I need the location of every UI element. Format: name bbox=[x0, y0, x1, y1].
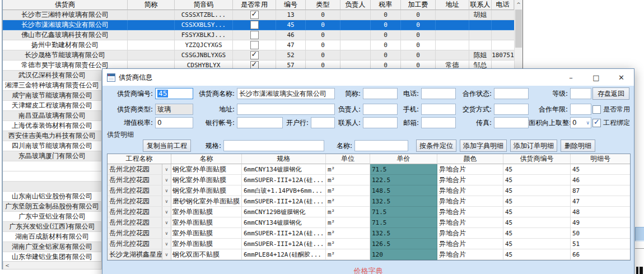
detail-grid-row[interactable]: 岳州北控花园 钢化室外单面贴膜 6mmSUPER-III+12A(硅... m²… bbox=[108, 175, 630, 185]
project-bind-checkbox-group[interactable]: 工程绑定 bbox=[592, 118, 629, 128]
chevron-down-icon[interactable] bbox=[162, 185, 171, 196]
chevron-down-icon[interactable] bbox=[162, 207, 171, 217]
detail-grid-row[interactable]: 岳州北控花园 室外单面贴膜 6mmCNY134镀膜钢化 m² 71.5 异地合片… bbox=[108, 217, 630, 228]
common-use-checkbox[interactable] bbox=[592, 105, 601, 114]
supplier-list-item[interactable]: 广东兴发铝业(江西)有限公司 bbox=[3, 222, 102, 232]
chevron-down-icon[interactable] bbox=[162, 239, 171, 249]
vat-rate-input[interactable]: 0 bbox=[155, 117, 193, 128]
minimize-button[interactable]: – bbox=[558, 69, 584, 86]
common-checkbox[interactable] bbox=[250, 21, 259, 29]
project-combo[interactable]: 岳州北控花园 bbox=[108, 207, 171, 217]
common-checkbox[interactable] bbox=[250, 41, 259, 49]
scroll-up-icon[interactable]: ^ bbox=[515, 0, 522, 9]
supplier-list-item[interactable] bbox=[3, 182, 102, 192]
supplier-list-item[interactable]: 东晶玻璃厦门有限公司 bbox=[3, 151, 102, 161]
save-return-button[interactable]: 存盘返回 bbox=[592, 87, 629, 100]
chevron-down-icon[interactable] bbox=[162, 164, 171, 174]
supplier-list-item[interactable]: 广东中亚铝业有限公司 bbox=[3, 212, 102, 222]
detail-grid-row[interactable]: 岳州北控花园 室外单面贴膜 6mmSUPER-III+12A(硅... m² 1… bbox=[108, 228, 630, 239]
add-order-detail-button[interactable]: 添加订单明细 bbox=[510, 140, 557, 152]
coop-status-input[interactable] bbox=[494, 88, 529, 99]
delete-detail-button[interactable]: 删除明细 bbox=[561, 140, 595, 152]
project-combo[interactable]: 岳州北控花园 bbox=[108, 217, 171, 228]
delivery-input[interactable] bbox=[494, 104, 529, 115]
supplier-grid-row[interactable]: 佛山市亿鑫玻璃科技有限公司 FSSYXBLKJ... 46 0 0 0 bbox=[3, 30, 514, 40]
chevron-down-icon[interactable] bbox=[162, 217, 171, 227]
cell-price[interactable]: 148.5 bbox=[370, 185, 437, 196]
supplier-list-item[interactable]: 西安佳吉美电力科技有限公司 bbox=[3, 131, 102, 141]
cell-price[interactable]: 132.5 bbox=[370, 228, 437, 239]
supplier-grid-row[interactable]: 长沙市三湘特种玻璃有限公司 CSSSXTZBL... 13 0 0 0 胡姐 bbox=[3, 10, 514, 20]
cell-price[interactable]: 132.5 bbox=[370, 196, 437, 207]
project-combo[interactable]: 岳州北控花园 bbox=[108, 196, 171, 207]
supplier-list-item[interactable]: 广东坚朗五金制品股份有限公司 bbox=[3, 202, 102, 212]
cell-price[interactable]: 71.5 bbox=[370, 217, 437, 228]
detail-grid-row[interactable]: 长沙龙湖祺鑫星座 钢化双面不贴膜 6mmPLE84+12A(硅酮胶... m² … bbox=[108, 249, 630, 260]
grade-input[interactable] bbox=[570, 88, 591, 99]
supplier-grid-row[interactable]: 长沙晟格节能玻璃有限公司 CSSGJNBLYXGS 52 0 0 0 陈姐 18… bbox=[3, 50, 514, 61]
area-round-up-combo[interactable]: 0 bbox=[570, 117, 591, 128]
supplier-list-item[interactable]: 上海优泰装饰材料有限公司 bbox=[3, 121, 102, 131]
spec-filter-input[interactable] bbox=[223, 140, 324, 151]
chevron-down-icon[interactable] bbox=[162, 228, 171, 238]
supplier-list-item[interactable]: 武汉亿深科技有限公司 bbox=[3, 71, 102, 81]
supplier-grid-row[interactable]: 长沙市潇湘玻璃实业有限公司 CSSXXBLSY... 45 0 0 0 bbox=[3, 20, 514, 30]
detail-grid-row[interactable]: 岳州北控花园 室外单面贴膜 6mmCNY129B镀膜钢化 m² 71.5 异地合… bbox=[108, 207, 630, 217]
contact-input[interactable] bbox=[363, 117, 398, 128]
dialog-titlebar[interactable]: 供货商信息 – □ ✕ bbox=[102, 69, 634, 86]
supplier-list-item[interactable]: 湖南百成新材料有限公司 bbox=[3, 232, 102, 242]
supplier-list-item[interactable] bbox=[3, 171, 102, 182]
supplier-list-item[interactable]: 湖南广亚全铝家居有限公司 bbox=[3, 242, 102, 252]
close-button[interactable]: ✕ bbox=[609, 69, 634, 86]
add-dictionary-detail-button[interactable]: 添加字典明细 bbox=[460, 140, 507, 152]
supplier-list-item[interactable]: 咸宁南玻节能玻璃有限公司 bbox=[3, 91, 102, 101]
project-combo[interactable]: 长沙龙湖祺鑫星座 bbox=[108, 249, 171, 260]
common-checkbox[interactable] bbox=[250, 51, 259, 59]
supplier-list-item[interactable]: 湘潭三金特种玻璃有限责任公司 bbox=[3, 81, 102, 91]
common-checkbox[interactable] bbox=[250, 31, 259, 39]
detail-grid-row[interactable]: 岳州北控花园 钢化室外单面贴膜 6mmCNY134镀膜钢化 m² 71.5 异地… bbox=[108, 164, 630, 175]
address-input[interactable] bbox=[237, 104, 335, 115]
cell-price[interactable]: 120 bbox=[370, 249, 437, 260]
supplier-list-item[interactable]: 南昌亚晶玻璃有限公司 bbox=[3, 111, 102, 121]
locate-by-condition-button[interactable]: 按条件定位 bbox=[416, 140, 456, 152]
project-combo[interactable]: 岳州北控花园 bbox=[108, 175, 171, 185]
phone-input[interactable] bbox=[421, 88, 456, 99]
coop-years-input[interactable] bbox=[570, 104, 591, 115]
copy-current-project-button[interactable]: 复制当前工程 bbox=[143, 140, 191, 152]
cell-price[interactable]: 71.5 bbox=[370, 164, 437, 175]
leader-input[interactable] bbox=[363, 104, 398, 115]
supplier-type-input[interactable]: 玻璃 bbox=[155, 104, 193, 115]
email-input[interactable] bbox=[421, 117, 456, 128]
cell-price[interactable]: 126.5 bbox=[370, 239, 437, 249]
detail-grid-row[interactable]: 岳州北控花园 室外单面贴膜 6mmSUPER-III+12A(硅... m² 1… bbox=[108, 239, 630, 249]
name-filter-input[interactable] bbox=[354, 140, 408, 151]
supplier-list-item[interactable] bbox=[3, 161, 102, 171]
common-use-checkbox-group[interactable]: 是否常用 bbox=[592, 105, 629, 114]
project-combo[interactable]: 岳州北控花园 bbox=[108, 239, 171, 249]
maximize-button[interactable]: □ bbox=[584, 69, 609, 86]
project-combo[interactable]: 岳州北控花园 bbox=[108, 164, 171, 175]
supplier-list-item[interactable]: 天津耀皮工程玻璃有限公司 bbox=[3, 101, 102, 111]
supplier-name-input[interactable]: 长沙市潇湘玻璃实业有限公司 bbox=[237, 88, 335, 99]
supplier-id-input[interactable]: 45 bbox=[155, 88, 193, 99]
vertical-scrollbar[interactable]: ^ bbox=[514, 0, 522, 71]
project-combo[interactable]: 岳州北控花园 bbox=[108, 228, 171, 239]
chevron-down-icon[interactable] bbox=[162, 175, 171, 185]
bank-name-input[interactable] bbox=[311, 117, 335, 128]
cell-price[interactable]: 122.5 bbox=[370, 175, 437, 185]
chevron-down-icon[interactable] bbox=[162, 196, 171, 206]
horizontal-scrollbar[interactable]: < bbox=[3, 261, 102, 270]
scrollbar-thumb[interactable] bbox=[515, 10, 522, 48]
detail-grid-row[interactable]: 岳州北控花园 磨砂钢化室外单面贴膜 6mmSUPER-III+12A(硅... … bbox=[108, 196, 630, 207]
abbr-input[interactable] bbox=[363, 88, 398, 99]
mobile-input[interactable] bbox=[421, 104, 456, 115]
supplier-grid-row[interactable]: 扬州中勤建材有限公司 YZZQJCYXGS 47 0 0 0 bbox=[3, 40, 514, 50]
bank-account-input[interactable] bbox=[237, 117, 283, 128]
supplier-list-item[interactable]: 四川南玻节能玻璃有限公司 bbox=[3, 141, 102, 151]
detail-grid-row[interactable]: 岳州北控花园 钢化室外单面贴膜 6mm白玻+1.14PVB+6mm... m² … bbox=[108, 185, 630, 196]
chevron-down-icon[interactable] bbox=[162, 249, 171, 259]
project-bind-checkbox[interactable] bbox=[592, 119, 601, 127]
fax-input[interactable] bbox=[494, 117, 529, 128]
scroll-left-icon[interactable]: < bbox=[3, 263, 11, 268]
